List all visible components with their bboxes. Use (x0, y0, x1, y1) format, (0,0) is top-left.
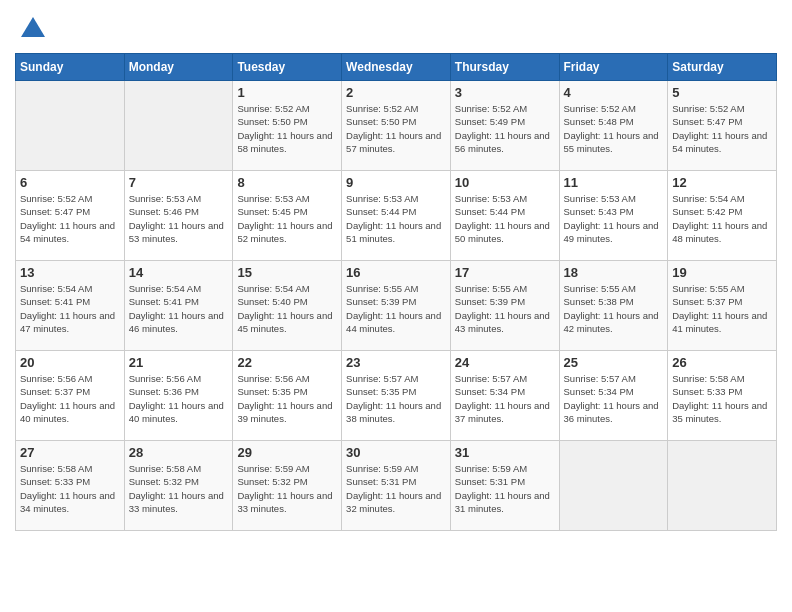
calendar-cell: 18Sunrise: 5:55 AMSunset: 5:38 PMDayligh… (559, 261, 668, 351)
day-info: Sunrise: 5:55 AMSunset: 5:38 PMDaylight:… (564, 282, 664, 335)
day-number: 30 (346, 445, 446, 460)
day-number: 27 (20, 445, 120, 460)
day-info: Sunrise: 5:54 AMSunset: 5:42 PMDaylight:… (672, 192, 772, 245)
calendar-cell: 17Sunrise: 5:55 AMSunset: 5:39 PMDayligh… (450, 261, 559, 351)
calendar-cell: 28Sunrise: 5:58 AMSunset: 5:32 PMDayligh… (124, 441, 233, 531)
day-number: 19 (672, 265, 772, 280)
day-number: 4 (564, 85, 664, 100)
calendar-cell: 21Sunrise: 5:56 AMSunset: 5:36 PMDayligh… (124, 351, 233, 441)
day-number: 17 (455, 265, 555, 280)
day-number: 22 (237, 355, 337, 370)
day-info: Sunrise: 5:54 AMSunset: 5:41 PMDaylight:… (129, 282, 229, 335)
calendar-cell: 4Sunrise: 5:52 AMSunset: 5:48 PMDaylight… (559, 81, 668, 171)
header-cell-wednesday: Wednesday (342, 54, 451, 81)
calendar-cell: 13Sunrise: 5:54 AMSunset: 5:41 PMDayligh… (16, 261, 125, 351)
calendar-cell: 30Sunrise: 5:59 AMSunset: 5:31 PMDayligh… (342, 441, 451, 531)
calendar-cell: 25Sunrise: 5:57 AMSunset: 5:34 PMDayligh… (559, 351, 668, 441)
day-info: Sunrise: 5:52 AMSunset: 5:48 PMDaylight:… (564, 102, 664, 155)
calendar-cell (668, 441, 777, 531)
calendar-cell: 3Sunrise: 5:52 AMSunset: 5:49 PMDaylight… (450, 81, 559, 171)
day-info: Sunrise: 5:54 AMSunset: 5:40 PMDaylight:… (237, 282, 337, 335)
day-number: 3 (455, 85, 555, 100)
day-number: 25 (564, 355, 664, 370)
logo-icon (19, 15, 47, 43)
day-number: 24 (455, 355, 555, 370)
day-number: 15 (237, 265, 337, 280)
calendar-week-4: 20Sunrise: 5:56 AMSunset: 5:37 PMDayligh… (16, 351, 777, 441)
day-info: Sunrise: 5:55 AMSunset: 5:39 PMDaylight:… (455, 282, 555, 335)
calendar-cell: 7Sunrise: 5:53 AMSunset: 5:46 PMDaylight… (124, 171, 233, 261)
day-number: 16 (346, 265, 446, 280)
day-info: Sunrise: 5:58 AMSunset: 5:33 PMDaylight:… (20, 462, 120, 515)
day-number: 26 (672, 355, 772, 370)
page-header (15, 15, 777, 43)
calendar-cell: 10Sunrise: 5:53 AMSunset: 5:44 PMDayligh… (450, 171, 559, 261)
day-number: 29 (237, 445, 337, 460)
calendar-cell (16, 81, 125, 171)
calendar-cell: 2Sunrise: 5:52 AMSunset: 5:50 PMDaylight… (342, 81, 451, 171)
day-info: Sunrise: 5:54 AMSunset: 5:41 PMDaylight:… (20, 282, 120, 335)
day-number: 6 (20, 175, 120, 190)
calendar-cell: 11Sunrise: 5:53 AMSunset: 5:43 PMDayligh… (559, 171, 668, 261)
day-info: Sunrise: 5:59 AMSunset: 5:31 PMDaylight:… (346, 462, 446, 515)
calendar-cell: 22Sunrise: 5:56 AMSunset: 5:35 PMDayligh… (233, 351, 342, 441)
day-number: 13 (20, 265, 120, 280)
calendar-cell (124, 81, 233, 171)
day-number: 20 (20, 355, 120, 370)
header-row: SundayMondayTuesdayWednesdayThursdayFrid… (16, 54, 777, 81)
day-number: 10 (455, 175, 555, 190)
calendar-cell: 26Sunrise: 5:58 AMSunset: 5:33 PMDayligh… (668, 351, 777, 441)
calendar-week-5: 27Sunrise: 5:58 AMSunset: 5:33 PMDayligh… (16, 441, 777, 531)
day-info: Sunrise: 5:52 AMSunset: 5:50 PMDaylight:… (346, 102, 446, 155)
day-number: 8 (237, 175, 337, 190)
logo (15, 15, 47, 43)
day-info: Sunrise: 5:52 AMSunset: 5:47 PMDaylight:… (20, 192, 120, 245)
calendar-cell: 31Sunrise: 5:59 AMSunset: 5:31 PMDayligh… (450, 441, 559, 531)
day-number: 23 (346, 355, 446, 370)
day-info: Sunrise: 5:52 AMSunset: 5:49 PMDaylight:… (455, 102, 555, 155)
header-cell-saturday: Saturday (668, 54, 777, 81)
header-cell-friday: Friday (559, 54, 668, 81)
calendar-cell: 1Sunrise: 5:52 AMSunset: 5:50 PMDaylight… (233, 81, 342, 171)
calendar-cell: 19Sunrise: 5:55 AMSunset: 5:37 PMDayligh… (668, 261, 777, 351)
day-info: Sunrise: 5:52 AMSunset: 5:50 PMDaylight:… (237, 102, 337, 155)
day-number: 7 (129, 175, 229, 190)
day-info: Sunrise: 5:58 AMSunset: 5:33 PMDaylight:… (672, 372, 772, 425)
calendar-cell: 12Sunrise: 5:54 AMSunset: 5:42 PMDayligh… (668, 171, 777, 261)
calendar-cell: 6Sunrise: 5:52 AMSunset: 5:47 PMDaylight… (16, 171, 125, 261)
svg-marker-0 (21, 17, 45, 37)
day-info: Sunrise: 5:52 AMSunset: 5:47 PMDaylight:… (672, 102, 772, 155)
day-info: Sunrise: 5:53 AMSunset: 5:43 PMDaylight:… (564, 192, 664, 245)
header-cell-sunday: Sunday (16, 54, 125, 81)
day-number: 28 (129, 445, 229, 460)
calendar-cell (559, 441, 668, 531)
day-info: Sunrise: 5:57 AMSunset: 5:35 PMDaylight:… (346, 372, 446, 425)
calendar-cell: 5Sunrise: 5:52 AMSunset: 5:47 PMDaylight… (668, 81, 777, 171)
day-info: Sunrise: 5:59 AMSunset: 5:31 PMDaylight:… (455, 462, 555, 515)
calendar-cell: 27Sunrise: 5:58 AMSunset: 5:33 PMDayligh… (16, 441, 125, 531)
day-info: Sunrise: 5:53 AMSunset: 5:45 PMDaylight:… (237, 192, 337, 245)
day-number: 1 (237, 85, 337, 100)
calendar-cell: 20Sunrise: 5:56 AMSunset: 5:37 PMDayligh… (16, 351, 125, 441)
header-cell-monday: Monday (124, 54, 233, 81)
header-cell-thursday: Thursday (450, 54, 559, 81)
calendar-week-2: 6Sunrise: 5:52 AMSunset: 5:47 PMDaylight… (16, 171, 777, 261)
day-info: Sunrise: 5:57 AMSunset: 5:34 PMDaylight:… (455, 372, 555, 425)
day-info: Sunrise: 5:53 AMSunset: 5:44 PMDaylight:… (455, 192, 555, 245)
day-number: 31 (455, 445, 555, 460)
day-info: Sunrise: 5:53 AMSunset: 5:44 PMDaylight:… (346, 192, 446, 245)
day-number: 12 (672, 175, 772, 190)
day-number: 14 (129, 265, 229, 280)
day-info: Sunrise: 5:56 AMSunset: 5:37 PMDaylight:… (20, 372, 120, 425)
day-info: Sunrise: 5:53 AMSunset: 5:46 PMDaylight:… (129, 192, 229, 245)
calendar-week-3: 13Sunrise: 5:54 AMSunset: 5:41 PMDayligh… (16, 261, 777, 351)
day-info: Sunrise: 5:55 AMSunset: 5:37 PMDaylight:… (672, 282, 772, 335)
day-number: 2 (346, 85, 446, 100)
header-cell-tuesday: Tuesday (233, 54, 342, 81)
calendar-cell: 8Sunrise: 5:53 AMSunset: 5:45 PMDaylight… (233, 171, 342, 261)
day-number: 18 (564, 265, 664, 280)
day-info: Sunrise: 5:58 AMSunset: 5:32 PMDaylight:… (129, 462, 229, 515)
day-number: 9 (346, 175, 446, 190)
calendar-cell: 16Sunrise: 5:55 AMSunset: 5:39 PMDayligh… (342, 261, 451, 351)
day-info: Sunrise: 5:59 AMSunset: 5:32 PMDaylight:… (237, 462, 337, 515)
